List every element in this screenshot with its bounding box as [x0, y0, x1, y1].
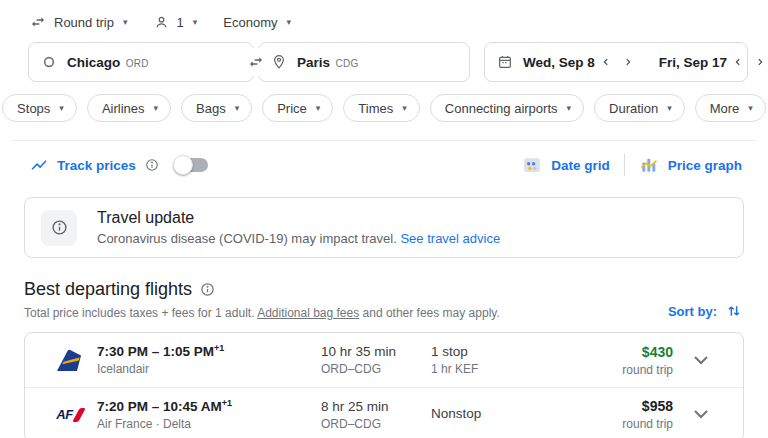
flight-price: $430 — [577, 344, 673, 360]
date-grid-icon — [522, 155, 542, 175]
sort-arrows-icon — [726, 303, 742, 319]
track-prices-toggle[interactable] — [176, 158, 208, 172]
air-france-logo-slash — [72, 408, 85, 422]
tools-divider — [624, 154, 625, 176]
destination-city: Paris — [297, 55, 330, 70]
flight-row-air-france[interactable]: AF 7:20 PM – 10:45 AM+1 Air France · Del… — [25, 387, 743, 438]
return-date-next-button[interactable] — [749, 48, 768, 76]
travel-update-banner: Travel update Coronavirus disease (COVID… — [24, 197, 744, 258]
trip-type-selector[interactable]: Round trip ▾ — [30, 14, 128, 30]
dropdown-arrow-icon: ▾ — [748, 103, 753, 113]
calendar-icon — [497, 54, 513, 70]
flight-duration: 8 hr 25 min — [321, 399, 431, 414]
chip-label: More — [710, 101, 740, 116]
info-icon[interactable] — [200, 282, 215, 297]
return-date-prev-button[interactable] — [727, 48, 749, 76]
chip-label: Airlines — [102, 101, 145, 116]
filter-chip-airlines[interactable]: Airlines▾ — [87, 94, 171, 122]
filter-chip-duration[interactable]: Duration▾ — [594, 94, 685, 122]
sort-by-button[interactable]: Sort by: — [668, 303, 742, 320]
expand-flight-button[interactable] — [673, 356, 729, 365]
filter-chip-connecting-airports[interactable]: Connecting airports▾ — [430, 94, 584, 122]
dropdown-arrow-icon: ▾ — [286, 17, 291, 27]
destination-field[interactable]: Paris CDG — [258, 42, 470, 82]
flight-route: ORD–CDG — [321, 417, 431, 431]
trip-type-label: Round trip — [54, 15, 114, 30]
departure-date-segment[interactable]: Wed, Sep 8 — [523, 48, 639, 76]
flight-row-icelandair[interactable]: 7:30 PM – 1:05 PM+1 Icelandair 10 hr 35 … — [25, 333, 743, 387]
dropdown-arrow-icon: ▾ — [154, 103, 159, 113]
chip-label: Bags — [196, 101, 226, 116]
banner-message: Coronavirus disease (COVID-19) may impac… — [97, 231, 397, 246]
filter-chip-price[interactable]: Price▾ — [262, 94, 333, 122]
dropdown-arrow-icon: ▾ — [402, 103, 407, 113]
filter-chip-times[interactable]: Times▾ — [343, 94, 419, 122]
track-prices-control: Track prices — [30, 156, 208, 174]
search-row: Chicago ORD Paris CDG Wed, Sep 8 — [28, 42, 744, 82]
see-travel-advice-link[interactable]: See travel advice — [400, 231, 500, 246]
info-icon[interactable] — [145, 158, 159, 172]
destination-code: CDG — [335, 58, 358, 69]
section-divider — [12, 140, 756, 141]
chip-label: Stops — [17, 101, 50, 116]
departure-date-next-button[interactable] — [617, 48, 639, 76]
origin-city: Chicago — [67, 55, 120, 70]
additional-bag-fees-link[interactable]: Additional bag fees — [257, 306, 359, 320]
flight-airline: Air France · Delta — [97, 417, 321, 431]
results-subtitle-prefix: Total price includes taxes + fees for 1 … — [24, 306, 254, 320]
results-subtitle-suffix: and other fees may apply. — [363, 306, 500, 320]
dropdown-arrow-icon: ▾ — [59, 103, 64, 113]
track-prices-label: Track prices — [57, 158, 136, 173]
flight-list: 7:30 PM – 1:05 PM+1 Icelandair 10 hr 35 … — [24, 332, 744, 438]
results-heading: Best departing flights — [24, 279, 192, 300]
return-date-segment[interactable]: Fri, Sep 17 — [651, 48, 768, 76]
flight-times: 7:30 PM – 1:05 PM — [97, 344, 214, 359]
flight-price-note: round trip — [577, 363, 673, 377]
chip-label: Times — [358, 101, 393, 116]
filter-chip-stops[interactable]: Stops▾ — [2, 94, 77, 122]
origin-field[interactable]: Chicago ORD — [28, 42, 254, 82]
price-graph-icon — [639, 155, 659, 175]
flight-stop-detail: 1 hr KEF — [431, 362, 577, 376]
date-grid-label: Date grid — [551, 158, 610, 173]
icelandair-logo — [41, 347, 97, 373]
swap-origin-destination-button[interactable] — [242, 48, 270, 76]
dropdown-arrow-icon: ▾ — [123, 17, 128, 27]
dropdown-arrow-icon: ▾ — [567, 103, 572, 113]
flight-route: ORD–CDG — [321, 362, 431, 376]
dropdown-arrow-icon: ▾ — [193, 17, 198, 27]
dropdown-arrow-icon: ▾ — [235, 103, 240, 113]
toggle-knob — [173, 155, 193, 175]
flight-price: $958 — [577, 398, 673, 414]
date-field: Wed, Sep 8 Fri, Sep 17 — [484, 42, 748, 82]
trip-options-bar: Round trip ▾ 1 ▾ Economy ▾ — [0, 0, 768, 30]
plus-days: +1 — [222, 398, 232, 408]
banner-title: Travel update — [97, 209, 500, 227]
cabin-class-label: Economy — [223, 15, 277, 30]
departure-date: Wed, Sep 8 — [523, 55, 595, 70]
person-icon — [154, 15, 169, 30]
date-grid-button[interactable]: Date grid — [522, 155, 610, 175]
dropdown-arrow-icon: ▾ — [667, 103, 672, 113]
flight-stops: Nonstop — [431, 406, 577, 421]
departure-date-prev-button[interactable] — [595, 48, 617, 76]
expand-flight-button[interactable] — [673, 410, 729, 419]
filter-chips-row: Stops▾ Airlines▾ Bags▾ Price▾ Times▾ Con… — [0, 94, 768, 122]
info-icon-tile — [41, 210, 77, 246]
filter-chip-more[interactable]: More▾ — [695, 94, 766, 122]
return-date: Fri, Sep 17 — [659, 55, 727, 70]
tools-row: Track prices Date grid Price graph — [30, 154, 742, 176]
results-header: Best departing flights Total price inclu… — [24, 279, 742, 320]
air-france-logo-text: AF — [56, 407, 72, 422]
passengers-selector[interactable]: 1 ▾ — [154, 15, 198, 30]
plus-days: +1 — [214, 343, 224, 353]
price-graph-button[interactable]: Price graph — [639, 155, 742, 175]
flight-duration: 10 hr 35 min — [321, 344, 431, 359]
flight-price-note: round trip — [577, 417, 673, 431]
dropdown-arrow-icon: ▾ — [316, 103, 321, 113]
cabin-class-selector[interactable]: Economy ▾ — [223, 15, 291, 30]
air-france-logo: AF — [56, 407, 81, 422]
flight-stops: 1 stop — [431, 344, 577, 359]
sort-by-label: Sort by: — [668, 304, 717, 319]
filter-chip-bags[interactable]: Bags▾ — [181, 94, 252, 122]
